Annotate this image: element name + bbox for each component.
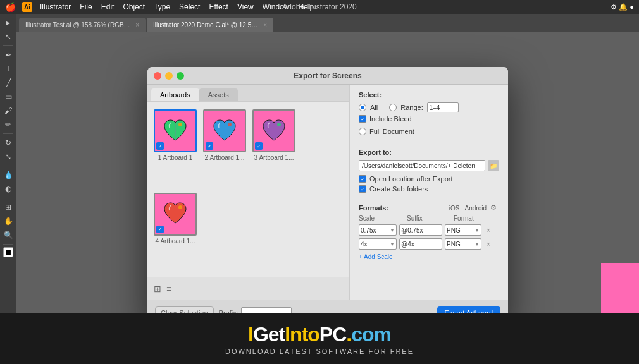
add-scale-button[interactable]: + Add Scale [359,252,499,262]
menu-type[interactable]: Type [150,2,174,12]
menu-items: Illustrator File Edit Object Type Select… [36,2,318,12]
menu-file[interactable]: File [76,2,96,12]
formats-header: Formats: iOS Android ⚙ [359,203,499,212]
artboard-thumb-1[interactable]: ✓ [154,109,197,152]
format-format-select-1[interactable]: PNG ▼ [445,224,481,236]
watermark-subtitle: Download Latest Software for Free [225,348,414,355]
export-path-box[interactable]: /Users/danielscott/Documents/+ Deleten [359,160,485,171]
tool-select[interactable]: ▸ [2,16,15,29]
artboard-checkbox-2[interactable]: ✓ [206,142,213,150]
tab-test-ai[interactable]: Illustrator Test.ai @ 158.76% (RGB/GPU P… [19,18,146,32]
col-header-scale: Scale [359,215,397,222]
menu-select[interactable]: Select [175,2,204,12]
tool-rotate[interactable]: ↻ [2,136,15,149]
format-scale-select-2[interactable]: 4x ▼ [359,238,397,250]
tool-artboard[interactable]: ⊞ [2,201,15,214]
tool-hand[interactable]: ✋ [2,215,15,228]
tool-text[interactable]: T [2,63,15,75]
full-document-radio[interactable] [359,128,366,135]
tab-close-1[interactable]: × [135,21,139,28]
menu-bar-right: ⚙ 🔔 ● [611,3,634,11]
tool-blend[interactable]: ◐ [2,183,15,195]
menu-bar-icons: ⚙ 🔔 ● [611,3,634,11]
tool-line[interactable]: ╱ [2,76,15,89]
include-bleed-label: Include Bleed [369,115,412,123]
apple-menu[interactable]: 🍎 [5,2,16,12]
svg-point-7 [277,123,281,126]
menu-object[interactable]: Object [119,2,149,12]
artboard-item-4[interactable]: ✓ 4 Artboard 1... [154,193,197,270]
dialog-close-button[interactable] [154,72,161,80]
tool-fill[interactable]: ■ [3,247,13,257]
dialog-titlebar: Export for Screens [147,67,508,85]
folder-browse-button[interactable]: 📁 [488,160,499,171]
open-after-export-row: ✓ Open Location after Export [359,175,499,183]
tool-direct-select[interactable]: ↖ [2,30,15,43]
tab-close-2[interactable]: × [263,21,267,28]
artboard-item-3[interactable]: ✓ 3 Artboard 1... [252,109,295,186]
artboard-thumb-4[interactable]: ✓ [154,193,197,236]
tool-zoom[interactable]: 🔍 [2,229,15,241]
list-view-icon[interactable]: ≡ [166,284,171,294]
include-bleed-row: ✓ Include Bleed [359,115,499,123]
artboard-label-3: 3 Artboard 1... [254,154,294,161]
menu-bar-title: Adobe Illustrator 2020 [282,3,356,11]
format-row-2: 4x ▼ @4x PNG ▼ × [359,238,499,250]
tool-brush[interactable]: 🖌 [2,104,15,117]
radio-range[interactable] [389,104,397,111]
artboard-checkbox-4[interactable]: ✓ [156,226,164,233]
include-bleed-checkbox[interactable]: ✓ [359,115,366,123]
svg-text:Ai: Ai [24,4,30,11]
radio-all[interactable] [359,104,366,111]
open-after-export-checkbox[interactable]: ✓ [359,175,366,183]
menu-edit[interactable]: Edit [97,2,118,12]
select-radio-group: All Range: ✓ Include Bleed Full Document [359,102,499,138]
artboard-item-1[interactable]: ✓ 1 Artboard 1 [154,109,197,186]
tab-demo-ai[interactable]: Illustrator 2020 Demo C.ai* @ 12.5% (RGB… [147,18,273,32]
format-remove-button-1[interactable]: × [484,226,493,234]
tab-assets[interactable]: Assets [199,88,238,101]
artboard-checkbox-1[interactable]: ✓ [156,142,164,150]
format-suffix-field-2[interactable]: @4x [399,238,442,250]
artboard-item-2[interactable]: ✓ 2 Artboard 1... [203,109,246,186]
formats-platform-tabs: iOS Android [449,205,487,212]
menu-effect[interactable]: Effect [205,2,232,12]
dialog-title: Export for Screens [294,71,361,80]
dialog-left-bottom: ⊞ ≡ [147,277,349,300]
create-subfolders-row: ✓ Create Sub-folders [359,185,499,193]
dialog-minimize-button[interactable] [165,72,173,80]
format-suffix-field-1[interactable]: @0.75x [399,224,442,236]
dialog-left-panel: Artboards Assets [147,85,350,300]
divider-1 [359,143,499,143]
traffic-lights [154,72,184,80]
artboard-grid: ✓ 1 Artboard 1 [147,102,349,277]
full-document-label: Full Document [369,128,414,135]
format-row-1: 0.75x ▼ @0.75x PNG ▼ × [359,224,499,236]
artboard-thumb-2[interactable]: ✓ [203,109,246,152]
tool-pencil[interactable]: ✏ [2,118,15,131]
format-format-select-2[interactable]: PNG ▼ [445,238,481,250]
menu-view[interactable]: View [233,2,257,12]
tool-pen[interactable]: ✒ [2,49,15,61]
tab-bar: Illustrator Test.ai @ 158.76% (RGB/GPU P… [16,14,639,32]
format-scale-select-1[interactable]: 0.75x ▼ [359,224,397,236]
tab-artboards[interactable]: Artboards [151,88,199,101]
formats-gear-button[interactable]: ⚙ [490,203,499,212]
range-input[interactable] [427,102,459,112]
artboard-label-4: 4 Artboard 1... [156,238,195,245]
tool-scale[interactable]: ⤡ [2,150,15,163]
tool-eyedropper[interactable]: 💧 [2,169,15,181]
tool-rect[interactable]: ▭ [2,90,15,103]
dialog-maximize-button[interactable] [177,72,184,80]
format-ios-tab[interactable]: iOS [449,205,460,212]
menu-illustrator[interactable]: Illustrator [36,2,75,12]
artboard-thumb-3[interactable]: ✓ [252,109,295,152]
create-subfolders-checkbox[interactable]: ✓ [359,185,366,193]
format-remove-button-2[interactable]: × [484,240,493,248]
grid-view-icon[interactable]: ⊞ [154,284,161,294]
artboard-checkbox-3[interactable]: ✓ [255,142,263,150]
left-toolbar: ▸ ↖ ✒ T ╱ ▭ 🖌 ✏ ↻ ⤡ 💧 ◐ ⊞ ✋ 🔍 ■ [0,14,16,364]
formats-label: Formats: [359,204,449,212]
format-android-tab[interactable]: Android [465,205,487,212]
illustrator-icon: Ai [22,2,32,12]
